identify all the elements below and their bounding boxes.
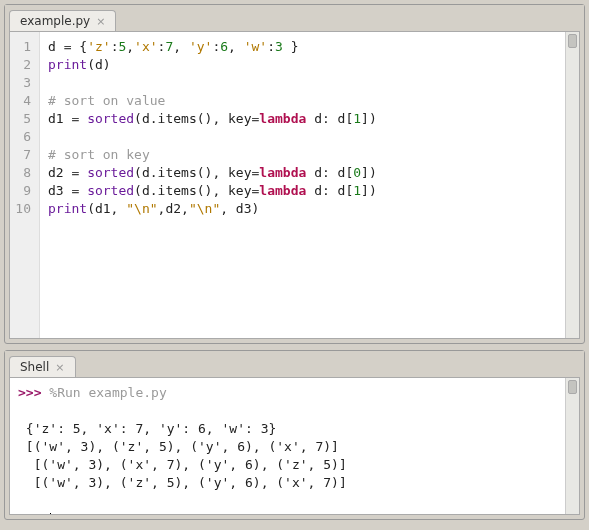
line-number: 2 — [14, 56, 31, 74]
code-token: "\n" — [126, 201, 157, 216]
code-token: (d.items(), key — [134, 165, 251, 180]
code-token: 'y' — [189, 39, 212, 54]
shell-line — [18, 402, 557, 420]
code-line[interactable] — [48, 128, 557, 146]
code-token: , — [126, 39, 134, 54]
shell-line — [18, 492, 557, 510]
shell-prompt: >>> — [18, 511, 49, 515]
code-token: d — [48, 39, 64, 54]
code-token: , — [173, 39, 189, 54]
code-token: : — [267, 39, 275, 54]
editor-scrollbar[interactable] — [565, 32, 579, 338]
code-token: { — [71, 39, 87, 54]
code-token: 1 — [353, 183, 361, 198]
line-gutter: 12345678910 — [10, 32, 40, 338]
code-token: d: d[ — [306, 111, 353, 126]
code-line[interactable]: print(d) — [48, 56, 557, 74]
line-number: 10 — [14, 200, 31, 218]
code-line[interactable]: d1 = sorted(d.items(), key=lambda d: d[1… — [48, 110, 557, 128]
code-line[interactable] — [48, 74, 557, 92]
code-token — [79, 111, 87, 126]
shell-scrollbar[interactable] — [565, 378, 579, 514]
code-line[interactable]: d = {'z':5,'x':7, 'y':6, 'w':3 } — [48, 38, 557, 56]
line-number: 4 — [14, 92, 31, 110]
code-line[interactable]: # sort on key — [48, 146, 557, 164]
code-token: "\n" — [189, 201, 220, 216]
code-token: print — [48, 201, 87, 216]
code-token: lambda — [259, 111, 306, 126]
code-token — [79, 183, 87, 198]
shell-area[interactable]: >>> %Run example.py {'z': 5, 'x': 7, 'y'… — [10, 378, 565, 514]
code-token: sorted — [87, 183, 134, 198]
line-number: 1 — [14, 38, 31, 56]
code-token: sorted — [87, 165, 134, 180]
code-token: ,d2, — [158, 201, 189, 216]
shell-run-command: %Run example.py — [49, 385, 166, 400]
shell-pane: Shell × >>> %Run example.py {'z': 5, 'x'… — [4, 350, 585, 520]
editor-tab-label: example.py — [20, 14, 90, 28]
code-token: lambda — [259, 183, 306, 198]
shell-line: [('w', 3), ('z', 5), ('y', 6), ('x', 7)] — [18, 438, 557, 456]
code-token: 1 — [353, 111, 361, 126]
editor-content: 12345678910 d = {'z':5,'x':7, 'y':6, 'w'… — [9, 31, 580, 339]
editor-tab[interactable]: example.py × — [9, 10, 116, 31]
code-token: d2 — [48, 165, 71, 180]
code-token: d: d[ — [306, 165, 353, 180]
code-token: (d.items(), key — [134, 183, 251, 198]
code-token: d: d[ — [306, 183, 353, 198]
code-line[interactable]: # sort on value — [48, 92, 557, 110]
code-line[interactable]: d2 = sorted(d.items(), key=lambda d: d[0… — [48, 164, 557, 182]
shell-tab[interactable]: Shell × — [9, 356, 76, 377]
code-token: ]) — [361, 111, 377, 126]
code-token: 6 — [220, 39, 228, 54]
editor-pane: example.py × 12345678910 d = {'z':5,'x':… — [4, 4, 585, 344]
code-token: 'x' — [134, 39, 157, 54]
line-number: 6 — [14, 128, 31, 146]
shell-prompt: >>> — [18, 385, 49, 400]
line-number: 3 — [14, 74, 31, 92]
shell-output: [('w', 3), ('x', 7), ('y', 6), ('z', 5)] — [18, 457, 355, 472]
shell-output: [('w', 3), ('z', 5), ('y', 6), ('x', 7)] — [18, 439, 347, 454]
shell-line: [('w', 3), ('z', 5), ('y', 6), ('x', 7)] — [18, 474, 557, 492]
code-token: 3 — [275, 39, 283, 54]
code-token: ]) — [361, 183, 377, 198]
code-token — [79, 165, 87, 180]
scroll-thumb[interactable] — [568, 380, 577, 394]
close-icon[interactable]: × — [96, 16, 105, 27]
line-number: 7 — [14, 146, 31, 164]
code-area[interactable]: d = {'z':5,'x':7, 'y':6, 'w':3 }print(d)… — [40, 32, 565, 338]
shell-tab-bar: Shell × — [5, 351, 584, 377]
code-token: (d.items(), key — [134, 111, 251, 126]
shell-output: [('w', 3), ('z', 5), ('y', 6), ('x', 7)] — [18, 475, 347, 490]
code-line[interactable]: d3 = sorted(d.items(), key=lambda d: d[1… — [48, 182, 557, 200]
code-line[interactable]: print(d1, "\n",d2,"\n", d3) — [48, 200, 557, 218]
code-token: (d) — [87, 57, 110, 72]
code-token: d3 — [48, 183, 71, 198]
code-token: # sort on key — [48, 147, 150, 162]
line-number: 5 — [14, 110, 31, 128]
code-token: 'z' — [87, 39, 110, 54]
code-token: # sort on value — [48, 93, 165, 108]
cursor — [50, 513, 51, 516]
shell-tab-label: Shell — [20, 360, 49, 374]
code-token: lambda — [259, 165, 306, 180]
code-token: sorted — [87, 111, 134, 126]
shell-line: >>> %Run example.py — [18, 384, 557, 402]
shell-content: >>> %Run example.py {'z': 5, 'x': 7, 'y'… — [9, 377, 580, 515]
close-icon[interactable]: × — [55, 362, 64, 373]
code-token: 0 — [353, 165, 361, 180]
scroll-thumb[interactable] — [568, 34, 577, 48]
code-token: , — [228, 39, 244, 54]
code-token: d1 — [48, 111, 71, 126]
code-token: ]) — [361, 165, 377, 180]
code-token: } — [283, 39, 299, 54]
line-number: 8 — [14, 164, 31, 182]
shell-line: {'z': 5, 'x': 7, 'y': 6, 'w': 3} — [18, 420, 557, 438]
code-token: 'w' — [244, 39, 267, 54]
editor-tab-bar: example.py × — [5, 5, 584, 31]
shell-line: >>> — [18, 510, 557, 515]
code-token: (d1, — [87, 201, 126, 216]
code-token: print — [48, 57, 87, 72]
line-number: 9 — [14, 182, 31, 200]
shell-line: [('w', 3), ('x', 7), ('y', 6), ('z', 5)] — [18, 456, 557, 474]
